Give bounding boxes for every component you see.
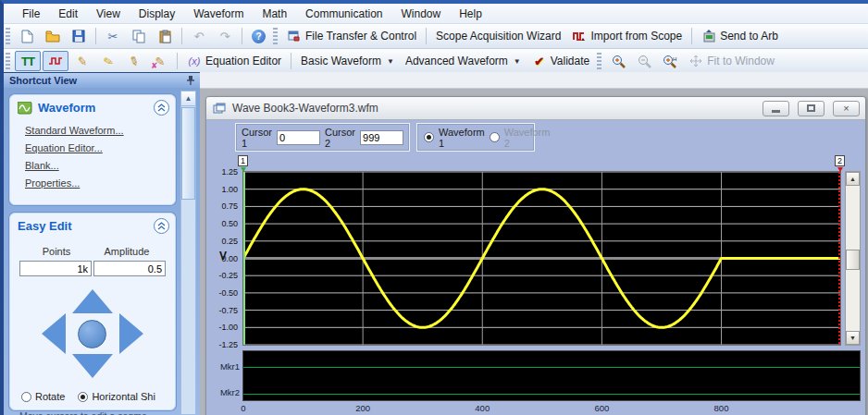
toolbar-separator [691,28,692,44]
file-transfer-button[interactable]: File Transfer & Control [282,27,421,45]
menu-communication[interactable]: Communication [296,5,391,23]
new-file-button[interactable] [15,27,39,45]
link-blank[interactable]: Blank... [10,153,175,171]
sidebar-scrollbar[interactable]: ▲ [180,91,196,415]
toolbar-grip[interactable] [597,53,601,69]
x-axis-tick-labels: 0200400600800 [206,403,865,414]
pad-left-button[interactable] [42,313,66,354]
zoom-horizontal-button[interactable]: H [658,52,682,70]
equation-editor-button[interactable]: (x)Equation Editor [182,52,286,70]
pad-right-button[interactable] [119,313,143,354]
square-wave-toggle[interactable] [43,51,68,71]
validate-check-icon: ✔ [532,54,547,68]
rotate-radio[interactable] [21,392,31,402]
menu-view[interactable]: View [87,5,130,23]
waveform1-radio-label: Waveform 1 [439,127,485,149]
draw-line-button[interactable]: ✎ [96,52,120,70]
scrollbar-down-arrow[interactable]: ▼ [846,331,860,345]
advanced-waveform-dropdown[interactable]: Advanced Waveform▼ [401,53,526,69]
help-button[interactable]: ? [247,28,270,45]
cursor1-flag[interactable]: 1 [238,155,248,166]
pin-icon[interactable] [186,72,194,89]
open-file-button[interactable] [41,27,65,45]
cursor2-input[interactable] [360,130,403,145]
copy-button[interactable] [127,27,151,45]
undo-button[interactable]: ↶ [187,27,211,45]
easy-edit-panel-header: Easy Edit [10,214,175,237]
import-from-scope-button[interactable]: Import from Scope [567,27,687,45]
cursor2-flag[interactable]: 2 [835,155,845,166]
mdi-top-band [200,72,868,89]
points-input[interactable] [19,261,92,276]
marker2-line[interactable] [243,394,860,395]
y-tick-label: 0.75 [210,201,238,211]
menu-edit[interactable]: Edit [49,5,87,23]
new-document-icon [19,29,34,43]
cursor-markers-toggle[interactable]: TT [15,51,41,71]
paste-button[interactable] [153,27,177,45]
link-standard-waveform[interactable]: Standard Waveform... [10,118,175,136]
menu-math[interactable]: Math [253,5,296,23]
document-titlebar[interactable]: Wave Book3-Waveform3.wfm × [206,97,865,120]
edit-hint-text: Move cursors to edit a segme [10,402,175,415]
copy-icon [131,29,146,43]
menu-window[interactable]: Window [391,5,450,23]
shortcut-view-sidebar: Shortcut View Waveform Standard Waveform… [4,72,200,415]
pad-center-button[interactable] [78,320,106,348]
menu-file[interactable]: File [13,5,49,23]
scrollbar-up-arrow[interactable]: ▲ [181,92,195,106]
basic-waveform-dropdown[interactable]: Basic Waveform▼ [296,53,399,69]
plot-vertical-scrollbar[interactable]: ▲ ▼ [845,171,861,346]
zoom-out-button[interactable] [632,52,656,70]
collapse-chevron-icon[interactable] [154,218,169,234]
close-button[interactable]: × [833,101,860,116]
waveform-panel-icon [18,101,32,116]
send-to-arb-button[interactable]: Send to Arb [697,27,783,45]
x-tick-label: 400 [475,403,490,413]
y-tick-label: 0.00 [210,254,238,263]
erase-x-mark: ✘ [151,61,158,70]
toolbar-grip[interactable] [273,28,278,44]
draw-point-button[interactable]: ✎ [122,52,146,70]
zoom-out-icon [637,54,651,68]
cursor1-label: Cursor 1 [242,127,272,149]
pad-up-button[interactable] [72,289,113,313]
menu-waveform[interactable]: Waveform [184,5,253,23]
menu-display[interactable]: Display [130,5,184,23]
cursor1-input[interactable] [277,130,320,145]
cursor-markers-icon: TT [20,54,35,68]
marker1-line[interactable] [243,367,860,368]
erase-button[interactable]: ✎✘ [148,52,172,70]
toolbar-grip[interactable] [6,28,10,44]
menu-help[interactable]: Help [450,5,491,23]
toolbar-separator [426,28,427,44]
cursor2-label: Cursor 2 [325,127,355,149]
import-scope-icon [572,29,587,43]
menu-bar: File Edit View Display Waveform Math Com… [4,4,868,24]
cut-button[interactable]: ✂ [101,27,125,45]
zoom-in-button[interactable] [606,52,630,70]
waveform-plot-svg [243,172,840,345]
toolbar-separator [177,53,178,69]
pad-down-button[interactable] [72,354,113,378]
validate-button[interactable]: ✔Validate [527,52,594,70]
fit-to-window-button[interactable]: Fit to Window [684,52,779,70]
y-tick-label: 1.00 [210,185,238,194]
scrollbar-up-arrow[interactable]: ▲ [846,172,860,186]
restore-button[interactable] [798,101,825,116]
link-properties[interactable]: Properties... [10,171,175,189]
minimize-button[interactable] [763,101,789,116]
save-button[interactable] [67,27,91,45]
scrollbar-thumb[interactable] [846,250,860,270]
scrollbar-thumb[interactable] [181,107,195,200]
waveform2-radio[interactable] [490,132,500,142]
waveform1-radio[interactable] [424,132,434,142]
amplitude-input[interactable] [93,261,166,276]
collapse-chevron-icon[interactable] [154,100,169,116]
horizontal-shift-radio[interactable] [78,392,88,402]
toolbar-grip[interactable] [6,53,10,69]
draw-freehand-button[interactable]: ✎ [70,52,94,70]
scope-wizard-button[interactable]: Scope Acquisition Wizard [431,28,565,44]
redo-button[interactable]: ↷ [213,27,237,45]
link-equation-editor[interactable]: Equation Editor... [10,136,175,153]
